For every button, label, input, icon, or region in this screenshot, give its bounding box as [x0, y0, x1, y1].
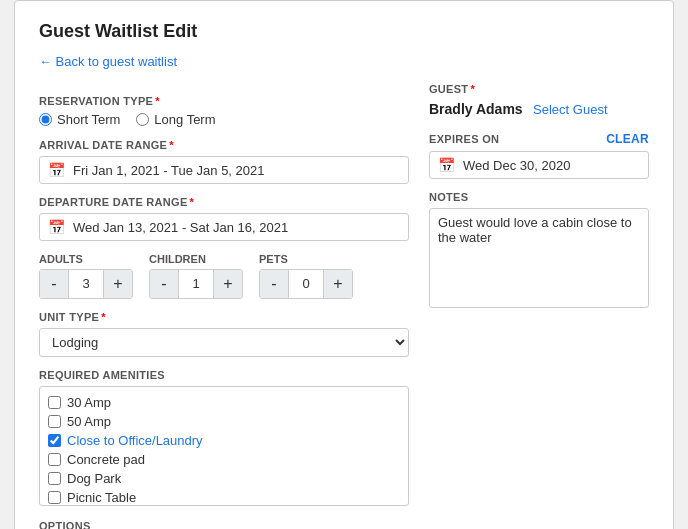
departure-date-input[interactable]: 📅 Wed Jan 13, 2021 - Sat Jan 16, 2021: [39, 213, 409, 241]
amenity-concrete-checkbox[interactable]: [48, 453, 61, 466]
notes-textarea[interactable]: Guest would love a cabin close to the wa…: [429, 208, 649, 308]
short-term-radio[interactable]: [39, 113, 52, 126]
reservation-type-group: Short Term Long Term: [39, 112, 409, 127]
calendar-icon-arrival: 📅: [48, 162, 65, 178]
arrival-date-value: Fri Jan 1, 2021 - Tue Jan 5, 2021: [73, 163, 265, 178]
calendar-icon-departure: 📅: [48, 219, 65, 235]
amenity-close-office-label: Close to Office/Laundry: [67, 433, 203, 448]
long-term-option[interactable]: Long Term: [136, 112, 215, 127]
departure-date-label: DEPARTURE DATE RANGE*: [39, 196, 409, 208]
adults-value: 3: [68, 270, 104, 298]
amenity-picnic-checkbox[interactable]: [48, 491, 61, 504]
amenity-dogpark: Dog Park: [48, 469, 400, 488]
pets-plus-button[interactable]: +: [324, 270, 352, 298]
required-star-4: *: [101, 311, 106, 323]
required-star-guest: *: [470, 83, 475, 95]
amenity-dogpark-label: Dog Park: [67, 471, 121, 486]
adults-label: ADULTS: [39, 253, 133, 265]
options-label: OPTIONS: [39, 520, 409, 529]
main-layout: RESERVATION TYPE* Short Term Long Term A…: [39, 83, 649, 529]
expires-header: EXPIRES ON Clear: [429, 132, 649, 146]
amenities-label: REQUIRED AMENITIES: [39, 369, 409, 381]
long-term-radio[interactable]: [136, 113, 149, 126]
amenity-dogpark-checkbox[interactable]: [48, 472, 61, 485]
amenity-50amp: 50 Amp: [48, 412, 400, 431]
left-column: RESERVATION TYPE* Short Term Long Term A…: [39, 83, 409, 529]
amenities-box[interactable]: 30 Amp 50 Amp Close to Office/Laundry Co…: [39, 386, 409, 506]
children-label: CHILDREN: [149, 253, 243, 265]
options-section: OPTIONS Send Notification Email: [39, 520, 409, 529]
guest-label: GUEST*: [429, 83, 649, 95]
amenity-close-office: Close to Office/Laundry: [48, 431, 400, 450]
expires-on-value: Wed Dec 30, 2020: [463, 158, 570, 173]
amenity-concrete-label: Concrete pad: [67, 452, 145, 467]
unit-type-select[interactable]: Lodging RV Tent Cabin: [39, 328, 409, 357]
guest-counts: ADULTS - 3 + CHILDREN - 1 +: [39, 253, 409, 299]
guest-row: Bradly Adams Select Guest: [429, 100, 649, 118]
calendar-icon-expires: 📅: [438, 157, 455, 173]
adults-stepper: ADULTS - 3 +: [39, 253, 133, 299]
children-plus-button[interactable]: +: [214, 270, 242, 298]
pets-stepper: PETS - 0 +: [259, 253, 353, 299]
adults-plus-button[interactable]: +: [104, 270, 132, 298]
select-guest-link[interactable]: Select Guest: [533, 102, 607, 117]
arrival-date-input[interactable]: 📅 Fri Jan 1, 2021 - Tue Jan 5, 2021: [39, 156, 409, 184]
required-star-3: *: [190, 196, 195, 208]
children-minus-button[interactable]: -: [150, 270, 178, 298]
children-control: - 1 +: [149, 269, 243, 299]
expires-on-input[interactable]: 📅 Wed Dec 30, 2020: [429, 151, 649, 179]
short-term-option[interactable]: Short Term: [39, 112, 120, 127]
arrival-date-label: ARRIVAL DATE RANGE*: [39, 139, 409, 151]
guest-name: Bradly Adams: [429, 101, 523, 117]
children-stepper: CHILDREN - 1 +: [149, 253, 243, 299]
amenity-30amp: 30 Amp: [48, 393, 400, 412]
pets-control: - 0 +: [259, 269, 353, 299]
unit-type-label: UNIT TYPE*: [39, 311, 409, 323]
clear-link[interactable]: Clear: [606, 132, 649, 146]
right-column: GUEST* Bradly Adams Select Guest EXPIRES…: [429, 83, 649, 529]
amenity-30amp-checkbox[interactable]: [48, 396, 61, 409]
amenity-30amp-label: 30 Amp: [67, 395, 111, 410]
modal-title: Guest Waitlist Edit: [39, 21, 649, 42]
amenity-50amp-checkbox[interactable]: [48, 415, 61, 428]
required-star-2: *: [169, 139, 174, 151]
pets-label: PETS: [259, 253, 353, 265]
notes-label: NOTES: [429, 191, 649, 203]
pets-minus-button[interactable]: -: [260, 270, 288, 298]
adults-minus-button[interactable]: -: [40, 270, 68, 298]
departure-date-value: Wed Jan 13, 2021 - Sat Jan 16, 2021: [73, 220, 288, 235]
children-value: 1: [178, 270, 214, 298]
required-star-1: *: [155, 95, 160, 107]
expires-on-section: EXPIRES ON Clear: [429, 132, 649, 146]
adults-control: - 3 +: [39, 269, 133, 299]
back-link[interactable]: ← Back to guest waitlist: [39, 54, 177, 69]
amenity-close-office-checkbox[interactable]: [48, 434, 61, 447]
amenity-concrete: Concrete pad: [48, 450, 400, 469]
pets-value: 0: [288, 270, 324, 298]
reservation-type-label: RESERVATION TYPE*: [39, 95, 409, 107]
amenity-50amp-label: 50 Amp: [67, 414, 111, 429]
amenity-picnic: Picnic Table: [48, 488, 400, 506]
amenity-picnic-label: Picnic Table: [67, 490, 136, 505]
expires-on-label: EXPIRES ON: [429, 133, 499, 145]
modal-container: Guest Waitlist Edit ← Back to guest wait…: [14, 0, 674, 529]
